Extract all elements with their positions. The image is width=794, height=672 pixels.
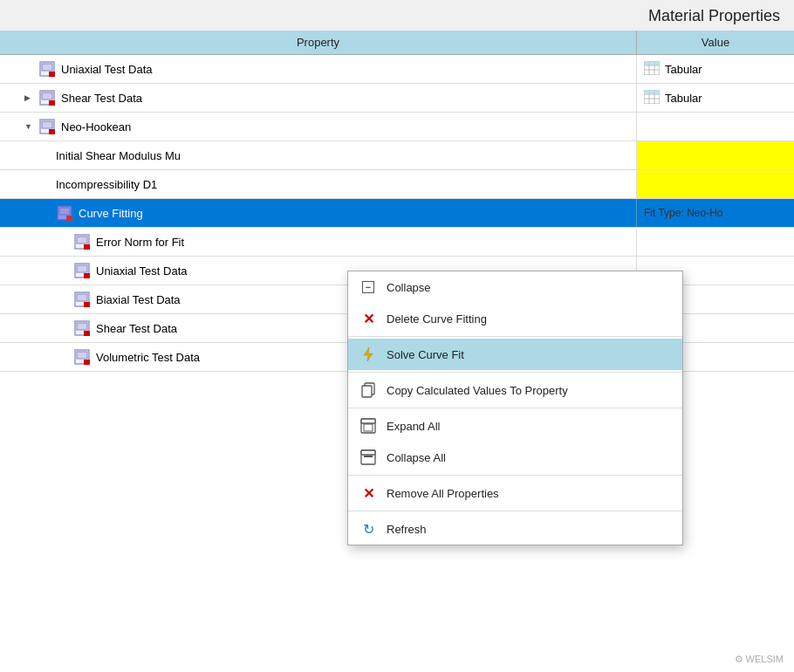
menu-separator: [348, 408, 682, 408]
header-property: Property: [0, 31, 637, 54]
menu-item-expand-all[interactable]: Expand All: [348, 410, 682, 442]
tabular-cell: Tabular: [644, 61, 702, 78]
grid-icon: [644, 61, 660, 78]
row-property: Error Norm for Fit: [0, 228, 637, 256]
expand-arrow: [59, 324, 72, 333]
row-property: ▶ Shear Test Data: [0, 84, 637, 112]
svg-rect-37: [77, 352, 87, 359]
row-label: Error Norm for Fit: [96, 236, 184, 249]
context-menu: − Collapse ✕ Delete Curve Fitting Solve …: [347, 271, 683, 545]
svg-marker-26: [84, 244, 90, 250]
property-icon: [38, 118, 56, 135]
table-row[interactable]: Uniaxial Test Data Tabular: [0, 55, 794, 84]
refresh-icon: ↻: [359, 519, 378, 538]
row-value: [637, 170, 794, 198]
header-value: Value: [637, 31, 794, 54]
svg-rect-47: [364, 456, 373, 457]
row-label: Curve Fitting: [79, 207, 143, 220]
menu-item-label: Expand All: [387, 420, 440, 433]
menu-item-label: Collapse All: [387, 451, 446, 464]
expand-arrow: [59, 237, 72, 247]
svg-marker-38: [84, 360, 90, 365]
menu-separator: [348, 336, 682, 337]
menu-item-collapse-all[interactable]: Collapse All: [348, 442, 682, 473]
x-icon: ✕: [359, 309, 378, 328]
row-label: Uniaxial Test Data: [96, 264, 188, 278]
svg-rect-28: [77, 265, 87, 272]
property-icon: [73, 233, 91, 250]
tabular-cell: Tabular: [644, 90, 702, 106]
row-label: Biaxial Test Data: [96, 293, 181, 306]
collapse-all-icon: [359, 448, 378, 467]
table-row[interactable]: Initial Shear Modulus Mu: [0, 141, 794, 170]
property-icon: [73, 291, 91, 308]
panel-title: Material Properties: [0, 0, 794, 31]
row-label: Neo-Hookean: [61, 120, 131, 134]
property-icon: [73, 262, 91, 279]
row-value: Tabular: [637, 55, 794, 83]
row-label: Shear Test Data: [61, 92, 142, 105]
remove-all-x-icon: ✕: [359, 483, 378, 503]
property-icon: [38, 89, 56, 106]
table-row[interactable]: Incompressibility D1: [0, 170, 794, 199]
row-value: Tabular: [637, 84, 794, 112]
menu-item-label: Refresh: [387, 523, 427, 536]
collapse-icon: −: [359, 278, 378, 297]
row-label: Initial Shear Modulus Mu: [56, 149, 181, 162]
svg-rect-19: [42, 121, 52, 128]
expand-arrow[interactable]: ▶: [24, 93, 37, 102]
row-label: Volumetric Test Data: [96, 351, 200, 364]
table-row[interactable]: ▶ Shear Test Data: [0, 84, 794, 113]
row-value: [637, 141, 794, 169]
welsim-watermark: ⚙ WELSIM: [735, 654, 784, 665]
svg-marker-11: [49, 100, 55, 106]
svg-marker-29: [84, 273, 90, 278]
property-icon: [73, 319, 91, 337]
svg-rect-8: [644, 61, 660, 65]
svg-rect-43: [361, 419, 375, 423]
menu-item-solve[interactable]: Solve Curve Fit: [348, 339, 682, 370]
menu-item-copy[interactable]: Copy Calculated Values To Property: [348, 374, 682, 406]
svg-rect-34: [77, 323, 87, 330]
expand-arrow: [59, 266, 72, 276]
tabular-label: Tabular: [665, 92, 702, 105]
table-header: Property Value: [0, 31, 794, 55]
property-icon: [56, 204, 73, 222]
expand-arrow: [24, 65, 37, 74]
svg-rect-10: [42, 93, 52, 99]
svg-rect-22: [59, 208, 70, 215]
table-row[interactable]: ▼ Neo-Hookean: [0, 113, 794, 141]
menu-item-collapse[interactable]: − Collapse: [348, 271, 682, 303]
svg-marker-23: [66, 216, 72, 221]
table-row[interactable]: Error Norm for Fit: [0, 228, 794, 257]
row-property: Uniaxial Test Data: [0, 55, 637, 83]
fit-type-text: Fit Type: Neo-Ho: [644, 207, 722, 219]
grid-icon: [644, 90, 660, 106]
menu-item-refresh[interactable]: ↻ Refresh: [348, 513, 682, 545]
menu-separator: [348, 475, 682, 476]
expand-arrow[interactable]: ▼: [24, 122, 37, 131]
tabular-label: Tabular: [665, 63, 702, 76]
table-row[interactable]: Curve Fitting Fit Type: Neo-Ho: [0, 199, 794, 228]
menu-item-remove-all[interactable]: ✕ Remove All Properties: [348, 477, 682, 509]
row-label: Shear Test Data: [96, 322, 177, 335]
menu-separator: [348, 372, 682, 373]
expand-arrow: [59, 353, 72, 362]
menu-item-delete[interactable]: ✕ Delete Curve Fitting: [348, 303, 682, 334]
row-label: Uniaxial Test Data: [61, 63, 153, 76]
copy-icon: [359, 381, 378, 400]
menu-separator: [348, 511, 682, 511]
svg-marker-39: [364, 347, 373, 361]
svg-rect-44: [364, 424, 373, 431]
row-label: Incompressibility D1: [56, 178, 157, 191]
svg-marker-35: [84, 331, 90, 336]
svg-rect-25: [77, 237, 87, 243]
expand-arrow: [59, 295, 72, 305]
svg-rect-41: [362, 386, 372, 397]
svg-marker-20: [49, 129, 55, 134]
menu-item-label: Remove All Properties: [387, 487, 499, 500]
expand-arrow: [42, 209, 54, 218]
row-value: [637, 113, 794, 141]
svg-marker-32: [84, 302, 90, 307]
property-icon: [73, 348, 91, 366]
